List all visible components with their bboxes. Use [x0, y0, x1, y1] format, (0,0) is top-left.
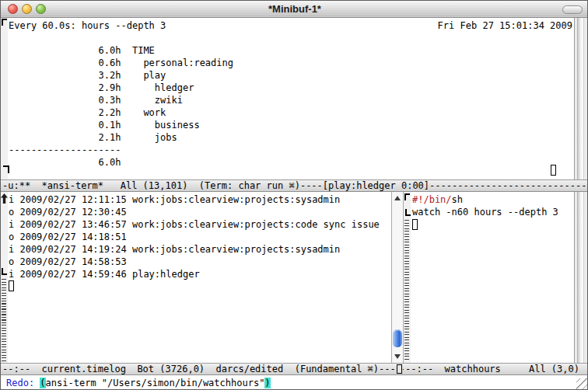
script-command-line: watch -n60 hours --depth 3 [412, 206, 558, 218]
shebang-line: #!/bin/sh [412, 193, 463, 206]
minibuffer-line: Redo: (ansi-term "/Users/simon/bin/watch… [6, 377, 271, 389]
top-scrollbar-track[interactable] [577, 18, 584, 179]
terminal-cursor [551, 165, 556, 176]
matched-close-paren: ) [264, 378, 270, 388]
script-window[interactable]: #!/bin/sh watch -n60 hours --depth 3 [404, 192, 588, 363]
title-bar[interactable]: *Minibuf-1* [1, 1, 588, 18]
scrollbar-thumb[interactable] [393, 329, 402, 347]
timelog-entries: i 2009/02/27 12:11:15 work:jobs:clearvie… [9, 193, 380, 280]
script-scrollbar-track[interactable] [577, 192, 584, 363]
timelog-scrollbar[interactable] [391, 192, 404, 363]
timelog-mode-line[interactable]: --:-- current.timelog Bot (3726,0) darcs… [1, 363, 404, 375]
mode-line-junction-box [397, 364, 402, 374]
script-scrollbar-area[interactable] [574, 192, 588, 363]
resize-grip[interactable] [576, 378, 588, 390]
minibuffer-prompt: Redo: [6, 378, 40, 388]
inactive-cursor [9, 280, 14, 291]
empty-lines-indicator [2, 279, 6, 361]
watch-header-datetime: Fri Feb 27 15:01:34 2009 [438, 19, 572, 32]
toolbar-toggle-button[interactable] [562, 5, 583, 14]
window-title: *Minibuf-1* [1, 3, 588, 16]
shebang-highlight: #!/bin/ [412, 194, 452, 205]
timelog-window[interactable]: i 2009/02/27 12:11:15 work:jobs:clearvie… [1, 192, 391, 363]
minibuffer[interactable]: Redo: (ansi-term "/Users/simon/bin/watch… [1, 375, 588, 390]
watch-header-left: Every 60.0s: hours --depth 3 [9, 19, 166, 32]
inactive-cursor [412, 219, 418, 230]
script-mode-line[interactable]: --:-- watchhours All (3,0) [404, 363, 588, 375]
top-scrollbar-area[interactable] [574, 18, 588, 179]
scroll-down-arrow[interactable] [392, 351, 403, 362]
left-fringe [1, 18, 8, 179]
buffer-scrolled-up-arrow-icon [1, 193, 8, 204]
ansi-term-mode-line[interactable]: -u:** *ansi-term* All (13,101) (Term: ch… [1, 179, 588, 192]
buffer-bottom-angle-icon [2, 268, 7, 275]
buffer-bottom-angle-icon [405, 209, 411, 216]
shebang-rest: sh [452, 194, 463, 205]
buffer-top-angle-icon [404, 193, 410, 200]
hours-report: 6.0h TIME 0.6h personal:reading 3.2h pla… [9, 44, 233, 169]
ansi-term-window[interactable]: Every 60.0s: hours --depth 3 Fri Feb 27 … [1, 18, 588, 179]
buffer-top-angle-icon [2, 19, 7, 26]
scroll-up-arrow[interactable] [392, 193, 403, 204]
minibuffer-command: ansi-term "/Users/simon/bin/watchhours" [46, 378, 265, 388]
emacs-window: *Minibuf-1* Every 60.0s: hours --depth 3… [0, 0, 588, 390]
empty-lines-indicator [404, 220, 409, 361]
matched-open-paren: ( [40, 378, 45, 388]
